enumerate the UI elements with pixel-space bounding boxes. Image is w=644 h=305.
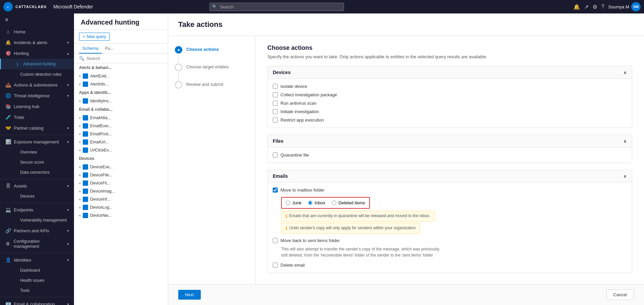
schema-item-deviceeve[interactable]: ▾ DeviceEve... (74, 163, 168, 171)
sidebar-item-overview[interactable]: Overview (0, 147, 74, 157)
new-query-button[interactable]: + New query (79, 33, 110, 41)
move-mailbox-checkbox[interactable] (273, 188, 278, 193)
tab-fu[interactable]: Fu... (102, 44, 117, 54)
isolate-device-checkbox[interactable] (273, 84, 278, 89)
hamburger-menu[interactable]: ≡ (0, 13, 74, 26)
help-icon[interactable]: ? (601, 4, 604, 10)
sidebar-label-assets: Assets (14, 183, 27, 189)
sidebar-item-dashboard[interactable]: Dashboard (0, 265, 74, 275)
table-icon14 (83, 205, 88, 210)
schema-item-emailatta[interactable]: ▾ EmailAtta... (74, 114, 168, 122)
modal-title: Take actions (178, 20, 634, 29)
schema-item-devicefil2[interactable]: ▾ DeviceFil... (74, 179, 168, 187)
schema-item-devicefile[interactable]: ▾ DeviceFile... (74, 171, 168, 179)
sidebar-item-identities[interactable]: 👤 Identities ▾ (0, 255, 74, 265)
sidebar-item-email-collab[interactable]: 📧 Email & collaboration ▾ (0, 299, 74, 305)
initiate-inv-checkbox[interactable] (273, 109, 278, 114)
schema-item-identityinv[interactable]: ▾ IdentityInv... (74, 97, 168, 105)
sidebar-item-actions[interactable]: 📤 Actions & submissions ▾ (0, 79, 74, 90)
plus-icon: + (83, 34, 85, 39)
schema-item-deviceinf[interactable]: ▾ DeviceInf... (74, 195, 168, 203)
sidebar-item-tools[interactable]: Tools (0, 285, 74, 296)
share-icon[interactable]: ↗ (584, 4, 589, 10)
sidebar-item-hunting[interactable]: 🎯 Hunting ▴ (0, 48, 74, 59)
radio-inbox[interactable]: Inbox (308, 200, 325, 205)
action-group-header-devices[interactable]: Devices ∧ (268, 66, 632, 79)
sidebar-item-partner-catalog[interactable]: 🤝 Partner catalog ▾ (0, 123, 74, 133)
sidebar-label-health-issues: Health issues (20, 278, 44, 283)
collect-pkg-checkbox[interactable] (273, 92, 278, 97)
schema-section-label-email: Email & collabo... (79, 107, 112, 112)
sidebar-item-custom-detection[interactable]: Custom detection rules (0, 69, 74, 79)
settings-icon[interactable]: ⚙ (593, 4, 597, 10)
next-button[interactable]: Next (178, 290, 201, 300)
global-search[interactable]: 🔍 (210, 3, 344, 11)
chevron-down-icon11: ▾ (67, 302, 69, 305)
action-group-title-files: Files (273, 138, 283, 144)
deleted-radio[interactable] (332, 201, 336, 205)
restrict-app-checkbox[interactable] (273, 117, 278, 123)
email-folder-radio-group: Junk Inbox Deleted items (281, 197, 370, 209)
schema-item-emailever[interactable]: ▾ EmailEver... (74, 122, 168, 130)
action-group-header-emails[interactable]: Emails ∧ (268, 170, 632, 182)
sidebar-item-home[interactable]: ⌂ Home (0, 26, 74, 37)
step-circle-1: ● (175, 46, 182, 54)
action-group-files: Files ∧ Quarantine file (267, 135, 632, 163)
sidebar-item-learning-hub[interactable]: 📚 Learning hub (0, 101, 74, 112)
action-group-header-files[interactable]: Files ∧ (268, 135, 632, 147)
user-menu[interactable]: Soumya M SM (608, 2, 641, 11)
sidebar-item-secure-score[interactable]: Secure score (0, 157, 74, 167)
sidebar-item-incidents[interactable]: 🔔 Incidents & alerts ▾ (0, 37, 74, 48)
sidebar-item-assets[interactable]: 🗄 Assets ▾ (0, 180, 74, 191)
schema-item-alertinfo[interactable]: ▾ AlertInfo... (74, 80, 168, 88)
chevron-down-icon: ▾ (67, 41, 69, 44)
sidebar-item-devices[interactable]: Devices (0, 191, 74, 201)
schema-search-row[interactable]: 🔍 (74, 54, 168, 63)
schema-item-urlclickev[interactable]: ▾ UrlClickEv... (74, 146, 168, 154)
cancel-button[interactable]: Cancel (606, 290, 634, 300)
action-group-devices: Devices ∧ Isolate device (267, 66, 632, 128)
chevron-down-icon3: ▾ (67, 94, 69, 98)
notification-icon[interactable]: 🔔 (573, 4, 580, 10)
sidebar-item-trials[interactable]: 🧪 Trials (0, 112, 74, 123)
tab-schema[interactable]: Schema (79, 44, 102, 54)
sidebar-item-data-connectors[interactable]: Data connectors (0, 167, 74, 177)
chevron-right-icon2: ▾ (79, 82, 81, 86)
step-circle-2 (175, 64, 182, 71)
sidebar-item-advanced-hunting[interactable]: | Advanced hunting (0, 59, 74, 69)
run-av-checkbox[interactable] (273, 101, 278, 106)
sidebar-item-threat-intel[interactable]: 🌐 Threat intelligence ▾ (0, 90, 74, 101)
delete-email-checkbox[interactable] (273, 263, 278, 268)
schema-item-label10: DeviceFile... (90, 173, 112, 177)
schema-item-devicenw[interactable]: ▾ DeviceNw... (74, 211, 168, 219)
schema-item-emailurl[interactable]: ▾ EmailUrl... (74, 138, 168, 146)
schema-item-alertevid[interactable]: ▾ AlertEvid... (74, 72, 168, 80)
sidebar: ≡ ⌂ Home 🔔 Incidents & alerts ▾ 🎯 Huntin… (0, 13, 74, 305)
quarantine-file-checkbox[interactable] (273, 152, 278, 158)
sidebar-item-partners-apis[interactable]: 🔗 Partners and APIs ▾ (0, 225, 74, 236)
search-input[interactable] (210, 3, 344, 11)
checkbox-restrict-app: Restrict app execution (273, 116, 627, 124)
sidebar-item-config-mgmt[interactable]: ⚙ Configuration management ▾ (0, 236, 74, 251)
schema-item-devicelog[interactable]: ▾ DeviceLog... (74, 203, 168, 211)
chevron-up-icon: ▴ (67, 52, 69, 55)
radio-junk[interactable]: Junk (286, 200, 301, 205)
sidebar-label-actions: Actions & submissions (14, 82, 58, 88)
schema-search-input[interactable] (86, 56, 163, 61)
table-icon4 (83, 115, 88, 121)
step-review-submit: Review and submit (175, 81, 249, 89)
schema-item-deviceimag[interactable]: ▾ DeviceImag... (74, 187, 168, 195)
inbox-label: Inbox (314, 200, 325, 205)
junk-radio[interactable] (286, 201, 290, 205)
sidebar-item-vuln-mgmt[interactable]: Vulnerability management (0, 215, 74, 225)
radio-deleted[interactable]: Deleted items (332, 200, 365, 205)
move-sent-checkbox[interactable] (273, 238, 278, 243)
sidebar-item-endpoints[interactable]: 💻 Endpoints ▾ (0, 204, 74, 215)
sidebar-item-exposure[interactable]: 📊 Exposure management ▾ (0, 136, 74, 147)
schema-item-emailpost[interactable]: ▾ EmailPost... (74, 130, 168, 138)
partners-icon: 🔗 (5, 228, 11, 233)
schema-section-alerts: Alerts & behavi... (74, 63, 168, 72)
sidebar-item-health-issues[interactable]: Health issues (0, 275, 74, 285)
inbox-radio[interactable] (308, 201, 312, 205)
chevron-down-icon9: ▾ (67, 242, 69, 246)
